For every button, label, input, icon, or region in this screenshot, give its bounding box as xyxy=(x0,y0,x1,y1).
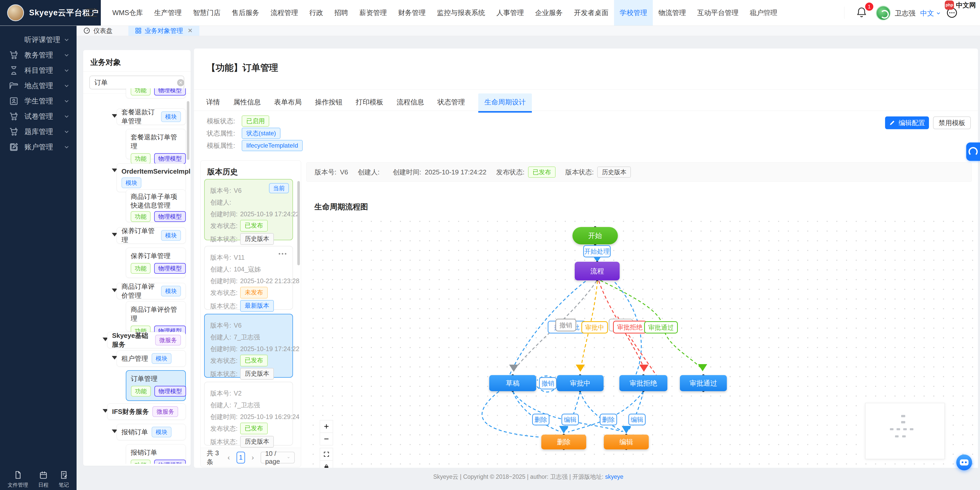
tab-process-info[interactable]: 流程信息 xyxy=(396,93,424,111)
flow-node-start[interactable]: 开始 xyxy=(573,227,618,244)
tree-leaf-refund[interactable]: 套餐退款订单管理 功能 物理模型 xyxy=(126,129,186,159)
tree-scrollbar[interactable] xyxy=(187,101,189,160)
flow-node-rejected[interactable]: 审批拒绝 xyxy=(619,375,667,391)
nav-item-enterprise[interactable]: 企业服务 xyxy=(530,0,568,26)
fit-view-button[interactable] xyxy=(320,448,333,461)
disable-template-button[interactable]: 禁用模板 xyxy=(933,117,971,129)
sidebar-item-question-bank[interactable]: 题库管理 xyxy=(0,124,76,139)
tree-leaf-order-selected[interactable]: 订单管理 功能 物理模型 xyxy=(126,370,186,401)
status-tag: 已启用 xyxy=(242,115,269,127)
sidebar-item-listening[interactable]: 听评课管理 xyxy=(0,32,76,48)
tree-module-tenant[interactable]: 租户管理 模块 xyxy=(117,350,186,367)
nav-item-finance[interactable]: 财务管理 xyxy=(393,0,431,26)
sidebar-item-account[interactable]: 账户管理 xyxy=(0,139,76,155)
nav-item-wms[interactable]: WMS仓库 xyxy=(107,0,148,26)
more-menu-icon[interactable] xyxy=(279,253,286,255)
version-card-v11[interactable]: 版本号:V11 创建人:104_寇姊 创建时间:2025-10-22 21:23… xyxy=(204,246,293,310)
tree-leaf-maintenance[interactable]: 保养订单管理 功能 物理模型 xyxy=(126,248,186,278)
file-manager-shortcut[interactable]: 文件管理 xyxy=(8,470,28,488)
tree-leaf-reimburse[interactable]: 报销订单 功能 物理模型 xyxy=(126,444,186,464)
zoom-out-button[interactable] xyxy=(320,433,333,445)
tab-form-layout[interactable]: 表单布局 xyxy=(274,93,302,111)
nav-item-process[interactable]: 流程管理 xyxy=(265,0,304,26)
tab-detail[interactable]: 详情 xyxy=(206,93,220,111)
module-badge: 模块 xyxy=(161,230,181,241)
nav-item-monitor[interactable]: 监控与报表系统 xyxy=(431,0,491,26)
tree-leaf-partial[interactable]: 功能 物理模型 xyxy=(126,88,186,98)
nav-item-store[interactable]: 智慧门店 xyxy=(187,0,226,26)
close-icon[interactable]: ✕ xyxy=(188,27,192,34)
version-card-v2[interactable]: 版本号:V2 创建人:7_卫志强 创建时间:2025-10-19 16:29:2… xyxy=(204,382,293,445)
robot-icon xyxy=(960,460,969,466)
version-list-scrollbar[interactable] xyxy=(298,181,300,265)
page-size-select[interactable]: 10 / page xyxy=(261,452,295,463)
nav-item-recruit[interactable]: 招聘 xyxy=(329,0,354,26)
tree-module-maintenance[interactable]: 保养订单管理 模块 xyxy=(117,227,186,244)
nav-item-salary[interactable]: 薪资管理 xyxy=(354,0,393,26)
flow-node-approved[interactable]: 审批通过 xyxy=(680,375,727,391)
flow-node-draft[interactable]: 草稿 xyxy=(489,375,536,391)
zoom-in-button[interactable] xyxy=(320,420,333,433)
sidebar-item-student[interactable]: 学生管理 xyxy=(0,93,76,109)
lock-button[interactable] xyxy=(320,460,333,468)
tab-print-template[interactable]: 打印模板 xyxy=(356,93,383,111)
language-selector[interactable]: 中文 xyxy=(920,9,941,18)
next-page-icon[interactable]: › xyxy=(251,453,255,462)
tree-leaf-express[interactable]: 商品订单子单项快递信息管理 功能 物理模型 xyxy=(126,190,186,222)
schedule-shortcut[interactable]: 日程 xyxy=(38,470,48,488)
edge-label-delete-2: 删除 xyxy=(600,413,617,425)
footer-link[interactable]: skyeye xyxy=(605,473,624,480)
global-search[interactable]: 查询 xyxy=(750,0,776,26)
collapse-menu-icon[interactable] xyxy=(86,8,97,18)
version-card-current[interactable]: 当前 版本号:V6 创建人: 创建时间:2025-10-19 17:24:22 … xyxy=(204,179,293,240)
state-tag: 历史版本 xyxy=(240,233,274,245)
model-badge: 物理模型 xyxy=(154,386,186,397)
sidebar-item-subject[interactable]: 科目管理 xyxy=(0,63,76,78)
nav-item-school[interactable]: 学校管理 xyxy=(614,0,653,26)
flow-node-approving[interactable]: 审批中 xyxy=(557,375,604,391)
edit-config-button[interactable]: 编辑配置 xyxy=(885,117,929,129)
tab-state-management[interactable]: 状态管理 xyxy=(438,93,465,111)
flow-node-process[interactable]: 流程 xyxy=(575,262,620,280)
version-card-v6-selected[interactable]: 版本号:V6 创建人:7_卫志强 创建时间:2025-10-19 17:24:2… xyxy=(204,314,293,378)
nav-item-hr[interactable]: 人事管理 xyxy=(491,0,530,26)
tab-dashboard[interactable]: 仪表盘 xyxy=(76,26,119,36)
object-search-input[interactable] xyxy=(89,76,184,89)
flow-node-delete[interactable]: 删除 xyxy=(541,434,586,449)
tree-leaf-evaluation[interactable]: 商品订单评价管理 功能 物理模型 xyxy=(126,301,186,332)
nav-item-devdesk[interactable]: 开发者桌面 xyxy=(568,0,614,26)
cart-icon xyxy=(9,50,19,60)
prev-page-icon[interactable]: ‹ xyxy=(227,453,231,462)
notification-bell-icon[interactable]: 1 xyxy=(856,6,870,21)
customer-service-edge-tab[interactable] xyxy=(966,142,980,161)
user-name[interactable]: 卫志强 xyxy=(895,9,915,18)
canvas-minimap[interactable] xyxy=(865,403,945,459)
notes-shortcut[interactable]: 笔记 xyxy=(59,470,69,488)
sidebar-item-exam-paper[interactable]: 试卷管理 xyxy=(0,109,76,124)
service-badge: 微服务 xyxy=(155,335,181,345)
tab-action-buttons[interactable]: 操作按钮 xyxy=(315,93,342,111)
tree-service-ifs[interactable]: IFS财务服务 微服务 xyxy=(107,404,186,420)
tree-service-skyeye-base[interactable]: Skyeye基础服务 微服务 xyxy=(107,332,186,348)
pagination: 共 3 条 ‹ 1 › 10 / page xyxy=(200,448,301,467)
nav-item-logistics[interactable]: 物流管理 xyxy=(653,0,692,26)
sidebar-item-location[interactable]: 地点管理 xyxy=(0,78,76,93)
tab-business-object[interactable]: 业务对象管理 ✕ xyxy=(128,26,199,36)
assistant-robot-fab[interactable] xyxy=(956,455,972,470)
tree-module-orderitem[interactable]: OrderItemServiceImpl 模块 xyxy=(117,163,186,192)
tab-attributes[interactable]: 属性信息 xyxy=(233,93,261,111)
page-number[interactable]: 1 xyxy=(237,452,245,463)
nav-item-admin[interactable]: 行政 xyxy=(304,0,329,26)
tree-module-evaluation[interactable]: 商品订单评价管理 模块 xyxy=(117,283,186,299)
flow-node-edit[interactable]: 编辑 xyxy=(604,434,649,449)
user-avatar[interactable] xyxy=(876,6,891,21)
clear-search-icon[interactable]: ✕ xyxy=(177,79,184,86)
tab-lifecycle-design[interactable]: 生命周期设计 xyxy=(478,93,532,111)
sidebar-item-academic[interactable]: 教务管理 xyxy=(0,48,76,63)
nav-item-interactive[interactable]: 互动平台管理 xyxy=(692,0,744,26)
nav-item-aftersale[interactable]: 售后服务 xyxy=(226,0,265,26)
tree-module-refund[interactable]: 套餐退款订单管理 模块 xyxy=(117,109,186,125)
tree-module-reimburse[interactable]: 报销订单 模块 xyxy=(117,424,186,440)
nav-item-production[interactable]: 生产管理 xyxy=(148,0,187,26)
lifecycle-canvas[interactable]: 开始 开始处理 流程 提交审批 撤销 审批中 审批拒绝 审批通过 草稿 撤销 审… xyxy=(306,214,978,468)
